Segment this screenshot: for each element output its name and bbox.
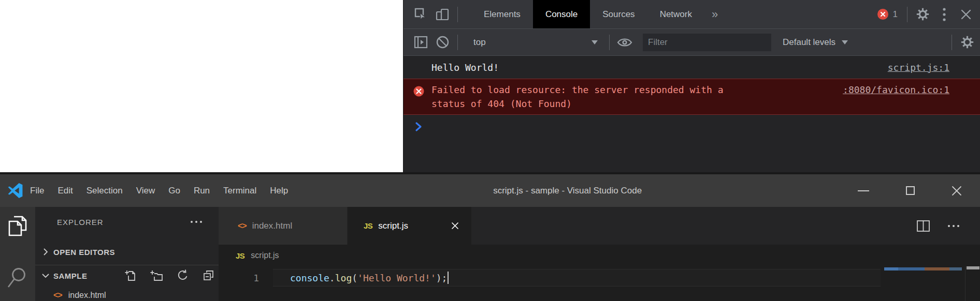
log-message-text: Hello World! — [431, 62, 888, 73]
minimize-button[interactable] — [840, 174, 887, 207]
menu-terminal[interactable]: Terminal — [217, 174, 263, 207]
settings-gear-icon[interactable] — [912, 0, 933, 28]
console-sidebar-toggle-icon[interactable] — [410, 29, 431, 55]
kebab-menu-icon[interactable] — [933, 0, 955, 28]
close-tab-icon[interactable] — [451, 221, 459, 230]
code-token: console — [290, 273, 329, 283]
folder-section-sample[interactable]: SAMPLE — [35, 265, 219, 286]
console-toolbar: top Default levels — [403, 29, 980, 56]
open-editors-label: OPEN EDITORS — [53, 248, 115, 257]
error-message-line1: Failed to load resource: the server resp… — [431, 84, 724, 95]
tab-label: index.html — [252, 221, 292, 231]
console-messages: Hello World! script.js:1 Failed to load … — [403, 56, 980, 172]
code-line-content[interactable]: console.log('Hello World!'); — [273, 269, 881, 287]
breadcrumb[interactable]: JS script.js — [219, 245, 980, 266]
console-error-row: Failed to load resource: the server resp… — [403, 79, 980, 115]
html-file-icon: <> — [53, 291, 62, 300]
html-file-icon: <> — [238, 221, 247, 231]
device-toolbar-icon[interactable] — [431, 0, 453, 28]
window-title: script.js - sample - Visual Studio Code — [295, 186, 840, 196]
explorer-more-actions-icon[interactable] — [191, 221, 202, 223]
menu-help[interactable]: Help — [263, 174, 295, 207]
chevron-right-icon — [40, 247, 51, 257]
explorer-title: EXPLORER — [57, 218, 104, 227]
screenshot-root: Elements Console Sources Network » 1 — [0, 0, 980, 301]
divider — [907, 7, 907, 22]
devtools-tabs: Elements Console Sources Network » — [471, 0, 725, 28]
more-tabs-icon[interactable]: » — [704, 0, 725, 28]
console-prompt[interactable] — [403, 115, 980, 136]
new-folder-icon[interactable] — [150, 269, 163, 282]
tab-console[interactable]: Console — [533, 0, 590, 28]
context-label: top — [473, 37, 486, 48]
menu-file[interactable]: File — [23, 174, 51, 207]
menu-go[interactable]: Go — [162, 174, 187, 207]
new-file-icon[interactable] — [125, 269, 136, 282]
chevron-down-icon — [592, 40, 598, 44]
log-source-link[interactable]: script.js:1 — [888, 62, 949, 73]
divider — [457, 35, 458, 50]
tab-network[interactable]: Network — [647, 0, 704, 28]
vscode-window: File Edit Selection View Go Run Terminal… — [0, 172, 980, 301]
collapse-all-icon[interactable] — [203, 269, 214, 281]
console-log-row: Hello World! script.js:1 — [403, 56, 980, 79]
editor-actions — [916, 207, 959, 245]
editor-tab-index-html[interactable]: <> index.html — [219, 207, 348, 245]
tab-sources[interactable]: Sources — [590, 0, 647, 28]
file-item-label: index.html — [68, 291, 106, 300]
browser-page-blank[interactable] — [0, 0, 403, 173]
explorer-header: EXPLORER — [35, 207, 219, 237]
error-count: 1 — [893, 9, 898, 20]
filter-input[interactable] — [643, 34, 771, 51]
minimize-icon — [858, 190, 869, 191]
window-controls — [840, 174, 980, 207]
menu-selection[interactable]: Selection — [80, 174, 129, 207]
error-source-link[interactable]: :8080/favicon.ico:1 — [843, 83, 949, 97]
refresh-icon[interactable] — [177, 269, 189, 282]
log-levels-dropdown[interactable]: Default levels — [783, 37, 848, 48]
more-actions-icon[interactable] — [948, 225, 959, 227]
divider — [457, 7, 458, 22]
code-editor[interactable]: 1 console.log('Hello World!'); — [219, 266, 980, 301]
maximize-button[interactable] — [887, 174, 933, 207]
editor-tab-script-js[interactable]: JS script.js — [348, 207, 471, 245]
split-editor-icon[interactable] — [916, 220, 930, 232]
execution-context-selector[interactable]: top — [462, 37, 605, 48]
overview-ruler-cursor — [967, 266, 979, 269]
menu-edit[interactable]: Edit — [51, 174, 79, 207]
console-settings-gear-icon[interactable] — [956, 29, 978, 55]
breadcrumb-file: script.js — [251, 251, 279, 260]
close-window-button[interactable] — [933, 174, 980, 207]
close-devtools-icon[interactable] — [955, 0, 977, 28]
open-editors-section[interactable]: OPEN EDITORS — [35, 242, 219, 262]
inspect-element-icon[interactable] — [410, 0, 431, 28]
chevron-down-icon — [842, 40, 848, 44]
vscode-logo-icon[interactable] — [7, 183, 23, 199]
console-toolbar-right — [947, 29, 978, 55]
explorer-sidebar: EXPLORER OPEN EDITORS SAMPLE — [35, 207, 219, 301]
minimap[interactable] — [880, 266, 965, 301]
editor-group: <> index.html JS script.js — [219, 207, 980, 301]
close-icon — [952, 186, 962, 196]
activity-bar — [0, 207, 35, 301]
eye-icon[interactable] — [614, 29, 636, 55]
code-token: . — [329, 273, 335, 283]
error-circle-icon — [413, 86, 424, 100]
search-icon[interactable] — [7, 266, 28, 289]
tab-elements[interactable]: Elements — [471, 0, 533, 28]
clear-console-icon[interactable] — [431, 29, 453, 55]
code-token: ); — [436, 273, 448, 283]
menu-view[interactable]: View — [129, 174, 162, 207]
divider — [952, 35, 952, 50]
error-message-text: Failed to load resource: the server resp… — [431, 83, 843, 111]
devtools-tabbar: Elements Console Sources Network » 1 — [403, 0, 980, 29]
file-item-index-html[interactable]: <> index.html — [35, 286, 219, 301]
vscode-menubar: File Edit Selection View Go Run Terminal… — [23, 174, 295, 207]
menu-run[interactable]: Run — [187, 174, 217, 207]
explorer-files-icon[interactable] — [7, 215, 28, 237]
folder-actions — [125, 269, 219, 282]
error-count-badge[interactable]: 1 — [877, 9, 898, 20]
code-line-1: 1 console.log('Hello World!'); — [219, 269, 980, 287]
prompt-chevron-icon — [415, 122, 423, 134]
chevron-down-icon — [40, 270, 51, 281]
